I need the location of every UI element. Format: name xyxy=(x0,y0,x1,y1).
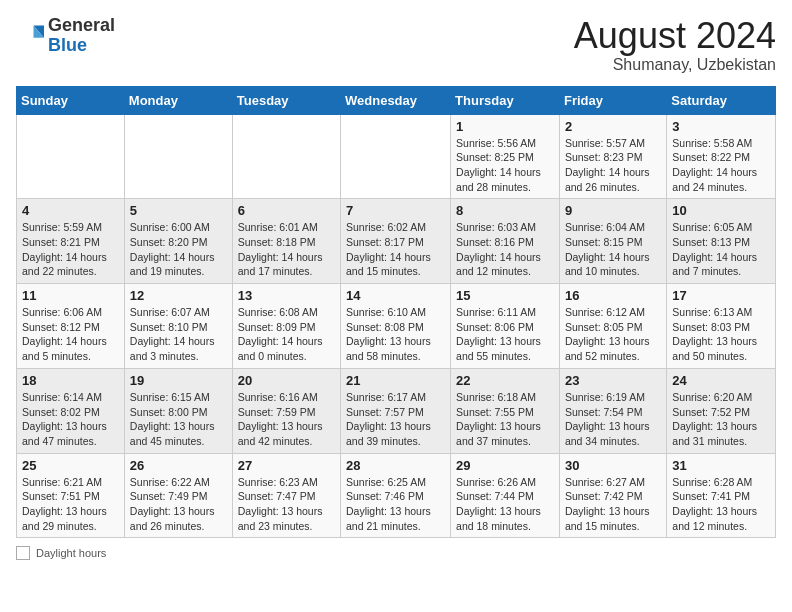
calendar-cell: 11Sunrise: 6:06 AM Sunset: 8:12 PM Dayli… xyxy=(17,284,125,369)
calendar-footer: Daylight hours xyxy=(16,546,776,560)
day-info: Sunrise: 6:21 AM Sunset: 7:51 PM Dayligh… xyxy=(22,475,119,534)
day-number: 31 xyxy=(672,458,770,473)
day-info: Sunrise: 6:26 AM Sunset: 7:44 PM Dayligh… xyxy=(456,475,554,534)
calendar-cell: 14Sunrise: 6:10 AM Sunset: 8:08 PM Dayli… xyxy=(341,284,451,369)
calendar-cell: 4Sunrise: 5:59 AM Sunset: 8:21 PM Daylig… xyxy=(17,199,125,284)
calendar-cell: 10Sunrise: 6:05 AM Sunset: 8:13 PM Dayli… xyxy=(667,199,776,284)
day-number: 2 xyxy=(565,119,661,134)
calendar-cell: 18Sunrise: 6:14 AM Sunset: 8:02 PM Dayli… xyxy=(17,368,125,453)
day-info: Sunrise: 6:10 AM Sunset: 8:08 PM Dayligh… xyxy=(346,305,445,364)
calendar-day-header: Wednesday xyxy=(341,86,451,114)
day-number: 13 xyxy=(238,288,335,303)
calendar-cell xyxy=(124,114,232,199)
day-info: Sunrise: 5:56 AM Sunset: 8:25 PM Dayligh… xyxy=(456,136,554,195)
day-number: 17 xyxy=(672,288,770,303)
day-info: Sunrise: 6:27 AM Sunset: 7:42 PM Dayligh… xyxy=(565,475,661,534)
calendar-week-row: 18Sunrise: 6:14 AM Sunset: 8:02 PM Dayli… xyxy=(17,368,776,453)
calendar-table: SundayMondayTuesdayWednesdayThursdayFrid… xyxy=(16,86,776,539)
calendar-cell: 26Sunrise: 6:22 AM Sunset: 7:49 PM Dayli… xyxy=(124,453,232,538)
day-number: 28 xyxy=(346,458,445,473)
day-number: 30 xyxy=(565,458,661,473)
calendar-week-row: 1Sunrise: 5:56 AM Sunset: 8:25 PM Daylig… xyxy=(17,114,776,199)
calendar-cell: 9Sunrise: 6:04 AM Sunset: 8:15 PM Daylig… xyxy=(559,199,666,284)
day-number: 27 xyxy=(238,458,335,473)
calendar-cell: 6Sunrise: 6:01 AM Sunset: 8:18 PM Daylig… xyxy=(232,199,340,284)
day-info: Sunrise: 6:03 AM Sunset: 8:16 PM Dayligh… xyxy=(456,220,554,279)
day-info: Sunrise: 6:23 AM Sunset: 7:47 PM Dayligh… xyxy=(238,475,335,534)
calendar-cell: 22Sunrise: 6:18 AM Sunset: 7:55 PM Dayli… xyxy=(451,368,560,453)
calendar-cell: 28Sunrise: 6:25 AM Sunset: 7:46 PM Dayli… xyxy=(341,453,451,538)
day-number: 5 xyxy=(130,203,227,218)
calendar-day-header: Monday xyxy=(124,86,232,114)
calendar-cell: 24Sunrise: 6:20 AM Sunset: 7:52 PM Dayli… xyxy=(667,368,776,453)
day-info: Sunrise: 6:06 AM Sunset: 8:12 PM Dayligh… xyxy=(22,305,119,364)
day-info: Sunrise: 6:18 AM Sunset: 7:55 PM Dayligh… xyxy=(456,390,554,449)
calendar-cell xyxy=(341,114,451,199)
day-number: 10 xyxy=(672,203,770,218)
day-info: Sunrise: 6:00 AM Sunset: 8:20 PM Dayligh… xyxy=(130,220,227,279)
logo: General Blue xyxy=(16,16,115,56)
day-number: 24 xyxy=(672,373,770,388)
calendar-cell: 1Sunrise: 5:56 AM Sunset: 8:25 PM Daylig… xyxy=(451,114,560,199)
day-info: Sunrise: 6:25 AM Sunset: 7:46 PM Dayligh… xyxy=(346,475,445,534)
day-info: Sunrise: 5:59 AM Sunset: 8:21 PM Dayligh… xyxy=(22,220,119,279)
day-number: 1 xyxy=(456,119,554,134)
day-number: 19 xyxy=(130,373,227,388)
calendar-cell: 16Sunrise: 6:12 AM Sunset: 8:05 PM Dayli… xyxy=(559,284,666,369)
day-number: 20 xyxy=(238,373,335,388)
day-info: Sunrise: 6:05 AM Sunset: 8:13 PM Dayligh… xyxy=(672,220,770,279)
calendar-cell: 30Sunrise: 6:27 AM Sunset: 7:42 PM Dayli… xyxy=(559,453,666,538)
calendar-day-header: Friday xyxy=(559,86,666,114)
day-info: Sunrise: 6:14 AM Sunset: 8:02 PM Dayligh… xyxy=(22,390,119,449)
calendar-day-header: Sunday xyxy=(17,86,125,114)
day-info: Sunrise: 6:12 AM Sunset: 8:05 PM Dayligh… xyxy=(565,305,661,364)
day-number: 9 xyxy=(565,203,661,218)
day-info: Sunrise: 6:19 AM Sunset: 7:54 PM Dayligh… xyxy=(565,390,661,449)
day-number: 23 xyxy=(565,373,661,388)
calendar-cell: 2Sunrise: 5:57 AM Sunset: 8:23 PM Daylig… xyxy=(559,114,666,199)
logo-general-text: General xyxy=(48,15,115,35)
calendar-cell: 3Sunrise: 5:58 AM Sunset: 8:22 PM Daylig… xyxy=(667,114,776,199)
calendar-cell: 7Sunrise: 6:02 AM Sunset: 8:17 PM Daylig… xyxy=(341,199,451,284)
day-number: 29 xyxy=(456,458,554,473)
day-info: Sunrise: 6:01 AM Sunset: 8:18 PM Dayligh… xyxy=(238,220,335,279)
day-number: 18 xyxy=(22,373,119,388)
day-info: Sunrise: 6:04 AM Sunset: 8:15 PM Dayligh… xyxy=(565,220,661,279)
day-info: Sunrise: 6:15 AM Sunset: 8:00 PM Dayligh… xyxy=(130,390,227,449)
calendar-cell: 21Sunrise: 6:17 AM Sunset: 7:57 PM Dayli… xyxy=(341,368,451,453)
location-subtitle: Shumanay, Uzbekistan xyxy=(574,56,776,74)
day-info: Sunrise: 6:08 AM Sunset: 8:09 PM Dayligh… xyxy=(238,305,335,364)
day-info: Sunrise: 6:11 AM Sunset: 8:06 PM Dayligh… xyxy=(456,305,554,364)
day-number: 8 xyxy=(456,203,554,218)
day-number: 4 xyxy=(22,203,119,218)
calendar-cell: 8Sunrise: 6:03 AM Sunset: 8:16 PM Daylig… xyxy=(451,199,560,284)
day-number: 14 xyxy=(346,288,445,303)
day-number: 6 xyxy=(238,203,335,218)
day-info: Sunrise: 6:28 AM Sunset: 7:41 PM Dayligh… xyxy=(672,475,770,534)
day-number: 22 xyxy=(456,373,554,388)
day-info: Sunrise: 6:22 AM Sunset: 7:49 PM Dayligh… xyxy=(130,475,227,534)
calendar-week-row: 4Sunrise: 5:59 AM Sunset: 8:21 PM Daylig… xyxy=(17,199,776,284)
day-number: 7 xyxy=(346,203,445,218)
day-number: 11 xyxy=(22,288,119,303)
day-number: 26 xyxy=(130,458,227,473)
day-number: 25 xyxy=(22,458,119,473)
day-number: 15 xyxy=(456,288,554,303)
calendar-cell: 31Sunrise: 6:28 AM Sunset: 7:41 PM Dayli… xyxy=(667,453,776,538)
logo-icon xyxy=(16,22,44,50)
calendar-cell: 17Sunrise: 6:13 AM Sunset: 8:03 PM Dayli… xyxy=(667,284,776,369)
calendar-cell: 20Sunrise: 6:16 AM Sunset: 7:59 PM Dayli… xyxy=(232,368,340,453)
day-info: Sunrise: 5:57 AM Sunset: 8:23 PM Dayligh… xyxy=(565,136,661,195)
calendar-cell xyxy=(17,114,125,199)
calendar-cell: 5Sunrise: 6:00 AM Sunset: 8:20 PM Daylig… xyxy=(124,199,232,284)
calendar-week-row: 11Sunrise: 6:06 AM Sunset: 8:12 PM Dayli… xyxy=(17,284,776,369)
day-info: Sunrise: 6:16 AM Sunset: 7:59 PM Dayligh… xyxy=(238,390,335,449)
calendar-cell: 13Sunrise: 6:08 AM Sunset: 8:09 PM Dayli… xyxy=(232,284,340,369)
daylight-label: Daylight hours xyxy=(36,547,106,559)
day-number: 21 xyxy=(346,373,445,388)
day-number: 12 xyxy=(130,288,227,303)
calendar-cell xyxy=(232,114,340,199)
calendar-cell: 19Sunrise: 6:15 AM Sunset: 8:00 PM Dayli… xyxy=(124,368,232,453)
month-year-title: August 2024 xyxy=(574,16,776,56)
day-info: Sunrise: 6:17 AM Sunset: 7:57 PM Dayligh… xyxy=(346,390,445,449)
